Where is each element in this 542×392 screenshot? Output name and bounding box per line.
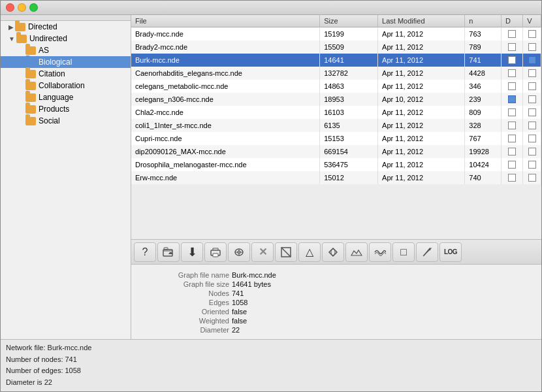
print-button[interactable] xyxy=(204,242,227,262)
folder-icon xyxy=(25,93,36,102)
table-row[interactable]: Brady-mcc.nde 15199 Apr 11, 2012 763 xyxy=(131,27,541,41)
edit-button[interactable] xyxy=(228,242,250,262)
d-checkbox[interactable] xyxy=(508,135,516,142)
svg-point-7 xyxy=(331,249,335,255)
svg-line-6 xyxy=(281,248,291,257)
landscape-button[interactable] xyxy=(345,242,368,262)
sidebar-item-citation[interactable]: Citation xyxy=(1,68,131,80)
sidebar-item-biological[interactable]: Biological xyxy=(1,56,131,68)
sidebar-item-products[interactable]: Products xyxy=(1,103,131,115)
table-row[interactable]: celegans_metabolic-mcc.nde 14863 Apr 11,… xyxy=(131,80,541,93)
v-checkbox[interactable] xyxy=(528,108,536,116)
sidebar-item-label: Citation xyxy=(39,69,65,78)
cell-v xyxy=(523,93,541,106)
close-x-button[interactable]: ✕ xyxy=(251,242,274,262)
cell-modified: Apr 11, 2012 xyxy=(378,158,465,171)
cell-filename: Drosophila_melanogaster-mcc.nde xyxy=(131,158,320,171)
close-button[interactable] xyxy=(6,3,14,12)
table-row[interactable]: Cupri-mcc.nde 15153 Apr 11, 2012 767 xyxy=(131,132,541,145)
svg-rect-3 xyxy=(213,253,218,257)
v-checkbox[interactable] xyxy=(528,82,536,90)
sidebar-item-directed[interactable]: ▶Directed xyxy=(1,21,131,33)
cell-modified: Apr 11, 2012 xyxy=(378,54,465,67)
v-checkbox[interactable] xyxy=(528,30,536,38)
col-header-v[interactable]: V xyxy=(523,15,541,27)
filter-button[interactable] xyxy=(275,242,297,262)
v-checkbox[interactable] xyxy=(528,56,536,64)
info-field-value: 22 xyxy=(232,326,240,334)
info-field-label: Weighted xyxy=(144,317,229,325)
v-checkbox[interactable] xyxy=(528,148,536,155)
v-checkbox[interactable] xyxy=(528,135,536,142)
minimize-button[interactable] xyxy=(18,3,26,12)
table-row[interactable]: coli1_1Inter_st-mcc.nde 6135 Apr 11, 201… xyxy=(131,119,541,132)
d-checkbox[interactable] xyxy=(508,30,516,38)
pencil-button[interactable] xyxy=(416,242,438,262)
col-header-n[interactable]: n xyxy=(465,15,502,27)
log-button[interactable]: LOG xyxy=(439,242,462,262)
table-row[interactable]: Drosophila_melanogaster-mcc.nde 536475 A… xyxy=(131,158,541,171)
table-row[interactable]: celegans_n306-mcc.nde 18953 Apr 10, 2012… xyxy=(131,93,541,106)
info-field-value: 1058 xyxy=(232,299,247,306)
d-checkbox[interactable] xyxy=(508,148,516,155)
cell-v xyxy=(523,171,541,184)
table-row[interactable]: dip20090126_MAX-mcc.nde 669154 Apr 11, 2… xyxy=(131,145,541,158)
open-button[interactable] xyxy=(157,242,180,262)
traffic-lights xyxy=(6,3,38,12)
zoom-button[interactable] xyxy=(29,3,38,12)
col-header-size[interactable]: Size xyxy=(320,15,378,27)
col-header-file[interactable]: File xyxy=(131,15,320,27)
d-checkbox[interactable] xyxy=(508,174,516,182)
v-checkbox[interactable] xyxy=(528,174,536,182)
v-checkbox[interactable] xyxy=(528,122,536,129)
cell-n: 346 xyxy=(465,80,502,93)
sidebar-item-social[interactable]: Social xyxy=(1,115,131,127)
v-checkbox[interactable] xyxy=(528,43,536,51)
folder-icon xyxy=(25,82,36,90)
rect-button[interactable]: □ xyxy=(392,242,415,262)
table-row[interactable]: Brady2-mcc.nde 15509 Apr 11, 2012 789 xyxy=(131,41,541,54)
cell-size: 669154 xyxy=(320,145,378,158)
folder-icon xyxy=(25,58,36,67)
v-checkbox[interactable] xyxy=(528,161,536,169)
cell-modified: Apr 11, 2012 xyxy=(378,80,465,93)
v-checkbox[interactable] xyxy=(528,69,536,77)
v-checkbox[interactable] xyxy=(528,95,536,103)
sidebar-item-label: Language xyxy=(39,93,73,102)
sidebar-item-collaboration[interactable]: Collaboration xyxy=(1,80,131,91)
table-row[interactable]: Burk-mcc.nde 14641 Apr 11, 2012 741 xyxy=(131,54,541,67)
col-header-d[interactable]: D xyxy=(501,15,522,27)
sidebar-item-language[interactable]: Language xyxy=(1,91,131,103)
d-checkbox[interactable] xyxy=(508,82,516,90)
info-field-label: Edges xyxy=(144,299,229,306)
main-window: ▶Directed▼UndirectedASBiologicalCitation… xyxy=(0,0,542,392)
d-checkbox[interactable] xyxy=(508,122,516,129)
d-checkbox[interactable] xyxy=(508,43,516,51)
wave-button[interactable] xyxy=(369,242,391,262)
d-checkbox[interactable] xyxy=(508,69,516,77)
table-row[interactable]: Caenorhabditis_elegans-mcc.nde 132782 Ap… xyxy=(131,67,541,80)
table-row[interactable]: Erw-mcc.nde 15012 Apr 11, 2012 740 xyxy=(131,171,541,184)
table-row[interactable]: Chla2-mcc.nde 16103 Apr 11, 2012 809 xyxy=(131,106,541,119)
d-checkbox[interactable] xyxy=(508,95,516,103)
sidebar-item-undirected[interactable]: ▼Undirected xyxy=(1,33,131,44)
info-field-label: Graph file size xyxy=(144,280,229,288)
folder-icon xyxy=(25,117,36,125)
triangle-button[interactable]: △ xyxy=(298,242,321,262)
help-button[interactable]: ? xyxy=(134,242,156,262)
cell-v xyxy=(523,158,541,171)
cell-modified: Apr 11, 2012 xyxy=(378,27,465,41)
sidebar-item-as[interactable]: AS xyxy=(1,44,131,56)
file-table-container[interactable]: File Size Last Modified n D V Brady-mcc.… xyxy=(131,15,541,240)
shape-button[interactable] xyxy=(322,242,344,262)
cell-d xyxy=(501,54,522,67)
cell-n: 809 xyxy=(465,106,502,119)
col-header-modified[interactable]: Last Modified xyxy=(378,15,465,27)
d-checkbox[interactable] xyxy=(508,161,516,169)
info-field-value: 14641 bytes xyxy=(232,280,271,288)
cell-v xyxy=(523,106,541,119)
d-checkbox[interactable] xyxy=(508,56,516,64)
cell-filename: celegans_n306-mcc.nde xyxy=(131,93,320,106)
d-checkbox[interactable] xyxy=(508,108,516,116)
download-button[interactable]: ⬇ xyxy=(181,242,203,262)
